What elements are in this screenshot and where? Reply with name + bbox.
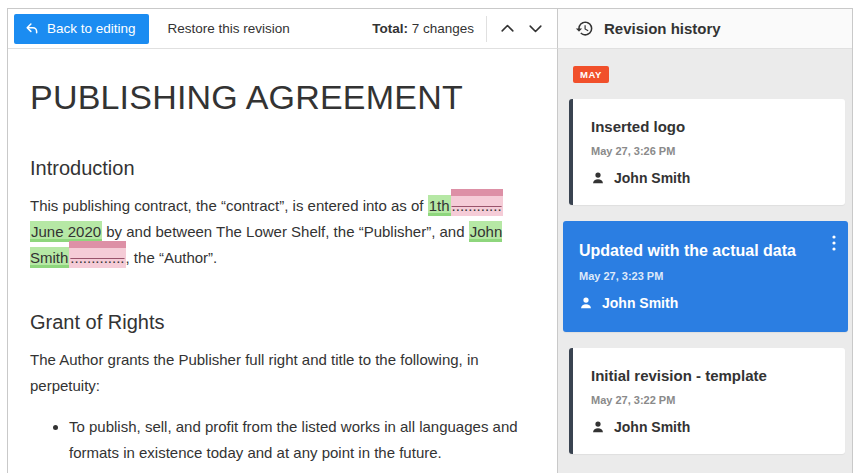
revision-menu-button[interactable] [828, 231, 840, 258]
section-heading-introduction: Introduction [30, 157, 529, 180]
kebab-menu-icon [832, 235, 836, 251]
revision-history-title: Revision history [604, 20, 721, 37]
revision-card-initial-revision[interactable]: Initial revision - template May 27, 3:22… [569, 348, 845, 454]
chevron-up-icon [499, 20, 516, 37]
revision-history-header: Revision history [557, 9, 852, 49]
history-clock-icon [575, 19, 594, 38]
revision-author: John Smith [591, 419, 831, 435]
toolbar-divider [486, 16, 487, 42]
revision-date: May 27, 3:23 PM [579, 270, 834, 282]
restore-revision-button[interactable]: Restore this revision [164, 15, 294, 42]
list-item: To publish, sell, and profit from the li… [69, 414, 529, 466]
changes-total-value: 7 changes [412, 21, 474, 36]
list-item: To create or devise modified, abridged, … [69, 469, 529, 473]
grant-paragraph: The Author grants the Publisher full rig… [30, 347, 529, 399]
revision-card-inserted-logo[interactable]: Inserted logo May 27, 3:26 PM John Smith [569, 99, 845, 205]
grant-bullet-list: To publish, sell, and profit from the li… [30, 414, 529, 473]
revision-author: John Smith [591, 170, 831, 186]
revision-author-name: John Smith [614, 419, 690, 435]
changes-total-label: Total: [372, 21, 408, 36]
next-change-button[interactable] [521, 15, 549, 43]
revision-date: May 27, 3:26 PM [591, 145, 831, 157]
back-arrow-icon [24, 21, 40, 37]
revision-list: MAY Inserted logo May 27, 3:26 PM John S… [557, 49, 852, 473]
revision-author-name: John Smith [602, 295, 678, 311]
user-icon [579, 296, 593, 310]
toolbar: Back to editing Restore this revision To… [8, 9, 557, 49]
chevron-down-icon [527, 20, 544, 37]
revision-author: John Smith [579, 295, 834, 311]
insertion-highlight: 1th [428, 195, 451, 216]
revision-date: May 27, 3:22 PM [591, 394, 831, 406]
month-badge: MAY [573, 66, 609, 83]
text-segment: by and between The Lower Shelf, the “Pub… [102, 223, 469, 240]
revision-author-name: John Smith [614, 170, 690, 186]
revision-card-selected[interactable]: Updated with the actual data May 27, 3:2… [563, 221, 848, 332]
deletion-highlight: ............. [69, 241, 125, 268]
revision-viewer-window: Back to editing Restore this revision To… [7, 8, 853, 473]
text-segment: , the “Author”. [126, 249, 218, 266]
changes-total: Total: 7 changes [372, 21, 474, 36]
back-to-editing-button[interactable]: Back to editing [14, 14, 149, 44]
deletion-highlight: ............ [451, 189, 503, 216]
revision-title: Inserted logo [591, 118, 831, 135]
revision-title: Updated with the actual data [579, 242, 834, 260]
intro-paragraph: This publishing contract, the “contract”… [30, 193, 529, 271]
document-preview: PUBLISHING AGREEMENT Introduction This p… [8, 49, 557, 473]
insertion-highlight: June 2020 [30, 221, 102, 242]
user-icon [591, 420, 605, 434]
text-segment: This publishing contract, the “contract”… [30, 197, 428, 214]
document-title: PUBLISHING AGREEMENT [30, 78, 529, 117]
section-heading-grant-of-rights: Grant of Rights [30, 311, 529, 334]
previous-change-button[interactable] [493, 15, 521, 43]
back-to-editing-label: Back to editing [47, 21, 136, 36]
user-icon [591, 171, 605, 185]
revision-title: Initial revision - template [591, 367, 831, 384]
